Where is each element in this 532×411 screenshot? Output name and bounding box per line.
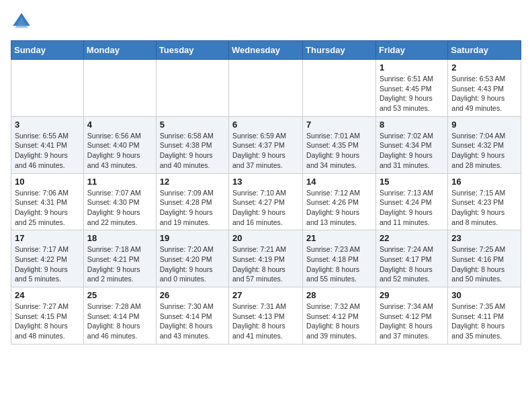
- day-info: Sunrise: 6:56 AM Sunset: 4:40 PM Dayligh…: [87, 131, 152, 171]
- calendar: SundayMondayTuesdayWednesdayThursdayFrid…: [11, 40, 521, 345]
- calendar-cell: 17Sunrise: 7:17 AM Sunset: 4:22 PM Dayli…: [11, 230, 84, 287]
- calendar-cell: 28Sunrise: 7:32 AM Sunset: 4:12 PM Dayli…: [303, 287, 376, 345]
- calendar-cell: 14Sunrise: 7:12 AM Sunset: 4:26 PM Dayli…: [303, 173, 376, 230]
- day-info: Sunrise: 7:04 AM Sunset: 4:32 PM Dayligh…: [451, 131, 517, 171]
- calendar-cell: 22Sunrise: 7:24 AM Sunset: 4:17 PM Dayli…: [375, 230, 447, 287]
- day-number: 21: [306, 233, 372, 243]
- calendar-cell: 4Sunrise: 6:56 AM Sunset: 4:40 PM Daylig…: [83, 116, 156, 173]
- day-number: 19: [160, 233, 225, 243]
- day-info: Sunrise: 7:07 AM Sunset: 4:30 PM Dayligh…: [87, 188, 152, 228]
- calendar-week-row: 10Sunrise: 7:06 AM Sunset: 4:31 PM Dayli…: [11, 173, 521, 230]
- calendar-week-row: 24Sunrise: 7:27 AM Sunset: 4:15 PM Dayli…: [11, 287, 521, 345]
- calendar-cell: 18Sunrise: 7:18 AM Sunset: 4:21 PM Dayli…: [83, 230, 156, 287]
- day-info: Sunrise: 7:30 AM Sunset: 4:14 PM Dayligh…: [160, 302, 225, 341]
- logo: [11, 11, 35, 32]
- day-number: 8: [380, 120, 444, 130]
- calendar-cell: 9Sunrise: 7:04 AM Sunset: 4:32 PM Daylig…: [448, 116, 521, 173]
- day-number: 16: [451, 177, 517, 187]
- calendar-cell: 8Sunrise: 7:02 AM Sunset: 4:34 PM Daylig…: [375, 116, 447, 173]
- day-info: Sunrise: 6:58 AM Sunset: 4:38 PM Dayligh…: [160, 131, 225, 171]
- day-info: Sunrise: 7:27 AM Sunset: 4:15 PM Dayligh…: [15, 302, 80, 341]
- day-number: 30: [451, 290, 517, 300]
- day-number: 24: [15, 290, 80, 300]
- day-number: 5: [160, 120, 225, 130]
- day-info: Sunrise: 7:15 AM Sunset: 4:23 PM Dayligh…: [451, 188, 517, 228]
- calendar-cell: 15Sunrise: 7:13 AM Sunset: 4:24 PM Dayli…: [375, 173, 447, 230]
- calendar-cell: [11, 60, 84, 117]
- calendar-week-row: 17Sunrise: 7:17 AM Sunset: 4:22 PM Dayli…: [11, 230, 521, 287]
- calendar-header-row: SundayMondayTuesdayWednesdayThursdayFrid…: [11, 41, 521, 60]
- day-info: Sunrise: 7:25 AM Sunset: 4:16 PM Dayligh…: [451, 244, 517, 284]
- calendar-cell: 1Sunrise: 6:51 AM Sunset: 4:45 PM Daylig…: [375, 60, 447, 117]
- calendar-cell: 21Sunrise: 7:23 AM Sunset: 4:18 PM Dayli…: [303, 230, 376, 287]
- logo-icon: [11, 11, 32, 32]
- calendar-cell: 12Sunrise: 7:09 AM Sunset: 4:28 PM Dayli…: [156, 173, 228, 230]
- calendar-cell: 27Sunrise: 7:31 AM Sunset: 4:13 PM Dayli…: [229, 287, 303, 345]
- day-number: 10: [15, 177, 80, 187]
- calendar-cell: 23Sunrise: 7:25 AM Sunset: 4:16 PM Dayli…: [448, 230, 521, 287]
- day-number: 1: [380, 62, 444, 73]
- calendar-cell: 30Sunrise: 7:35 AM Sunset: 4:11 PM Dayli…: [448, 287, 521, 345]
- calendar-cell: [83, 60, 156, 117]
- day-info: Sunrise: 6:51 AM Sunset: 4:45 PM Dayligh…: [380, 74, 444, 113]
- day-number: 14: [306, 177, 372, 187]
- day-info: Sunrise: 6:55 AM Sunset: 4:41 PM Dayligh…: [15, 131, 80, 171]
- day-info: Sunrise: 6:59 AM Sunset: 4:37 PM Dayligh…: [232, 131, 299, 171]
- day-info: Sunrise: 7:10 AM Sunset: 4:27 PM Dayligh…: [232, 188, 299, 228]
- calendar-cell: 3Sunrise: 6:55 AM Sunset: 4:41 PM Daylig…: [11, 116, 84, 173]
- day-of-week-monday: Monday: [83, 41, 156, 60]
- calendar-cell: 5Sunrise: 6:58 AM Sunset: 4:38 PM Daylig…: [156, 116, 228, 173]
- day-number: 20: [232, 233, 299, 243]
- calendar-cell: 19Sunrise: 7:20 AM Sunset: 4:20 PM Dayli…: [156, 230, 228, 287]
- day-info: Sunrise: 7:06 AM Sunset: 4:31 PM Dayligh…: [15, 188, 80, 228]
- day-info: Sunrise: 7:32 AM Sunset: 4:12 PM Dayligh…: [306, 302, 372, 341]
- day-number: 22: [380, 233, 444, 243]
- day-number: 27: [232, 290, 299, 300]
- day-number: 3: [15, 120, 80, 130]
- day-info: Sunrise: 7:23 AM Sunset: 4:18 PM Dayligh…: [306, 244, 372, 284]
- calendar-cell: [303, 60, 376, 117]
- day-info: Sunrise: 7:01 AM Sunset: 4:35 PM Dayligh…: [306, 131, 372, 171]
- day-info: Sunrise: 7:18 AM Sunset: 4:21 PM Dayligh…: [87, 244, 152, 284]
- day-number: 15: [380, 177, 444, 187]
- calendar-week-row: 3Sunrise: 6:55 AM Sunset: 4:41 PM Daylig…: [11, 116, 521, 173]
- day-of-week-tuesday: Tuesday: [156, 41, 228, 60]
- day-info: Sunrise: 7:24 AM Sunset: 4:17 PM Dayligh…: [380, 244, 444, 284]
- day-info: Sunrise: 7:31 AM Sunset: 4:13 PM Dayligh…: [232, 302, 299, 341]
- day-info: Sunrise: 7:13 AM Sunset: 4:24 PM Dayligh…: [380, 188, 444, 228]
- day-number: 23: [451, 233, 517, 243]
- day-number: 28: [306, 290, 372, 300]
- day-of-week-wednesday: Wednesday: [229, 41, 303, 60]
- calendar-cell: 2Sunrise: 6:53 AM Sunset: 4:43 PM Daylig…: [448, 60, 521, 117]
- calendar-cell: 26Sunrise: 7:30 AM Sunset: 4:14 PM Dayli…: [156, 287, 228, 345]
- day-number: 9: [451, 120, 517, 130]
- calendar-cell: 16Sunrise: 7:15 AM Sunset: 4:23 PM Dayli…: [448, 173, 521, 230]
- day-number: 7: [306, 120, 372, 130]
- calendar-cell: 20Sunrise: 7:21 AM Sunset: 4:19 PM Dayli…: [229, 230, 303, 287]
- day-number: 6: [232, 120, 299, 130]
- day-of-week-sunday: Sunday: [11, 41, 84, 60]
- day-number: 11: [87, 177, 152, 187]
- day-number: 18: [87, 233, 152, 243]
- day-info: Sunrise: 7:17 AM Sunset: 4:22 PM Dayligh…: [15, 244, 80, 284]
- day-of-week-thursday: Thursday: [303, 41, 376, 60]
- day-of-week-saturday: Saturday: [448, 41, 521, 60]
- calendar-week-row: 1Sunrise: 6:51 AM Sunset: 4:45 PM Daylig…: [11, 60, 521, 117]
- day-info: Sunrise: 7:21 AM Sunset: 4:19 PM Dayligh…: [232, 244, 299, 284]
- day-number: 12: [160, 177, 225, 187]
- day-info: Sunrise: 7:20 AM Sunset: 4:20 PM Dayligh…: [160, 244, 225, 284]
- day-number: 29: [380, 290, 444, 300]
- calendar-cell: 13Sunrise: 7:10 AM Sunset: 4:27 PM Dayli…: [229, 173, 303, 230]
- day-info: Sunrise: 6:53 AM Sunset: 4:43 PM Dayligh…: [451, 74, 517, 113]
- calendar-cell: 25Sunrise: 7:28 AM Sunset: 4:14 PM Dayli…: [83, 287, 156, 345]
- day-of-week-friday: Friday: [375, 41, 447, 60]
- calendar-cell: 24Sunrise: 7:27 AM Sunset: 4:15 PM Dayli…: [11, 287, 84, 345]
- day-number: 4: [87, 120, 152, 130]
- day-number: 2: [451, 62, 517, 73]
- calendar-cell: 29Sunrise: 7:34 AM Sunset: 4:12 PM Dayli…: [375, 287, 447, 345]
- day-info: Sunrise: 7:02 AM Sunset: 4:34 PM Dayligh…: [380, 131, 444, 171]
- day-number: 13: [232, 177, 299, 187]
- day-info: Sunrise: 7:34 AM Sunset: 4:12 PM Dayligh…: [380, 302, 444, 341]
- day-info: Sunrise: 7:12 AM Sunset: 4:26 PM Dayligh…: [306, 188, 372, 228]
- day-info: Sunrise: 7:35 AM Sunset: 4:11 PM Dayligh…: [451, 302, 517, 341]
